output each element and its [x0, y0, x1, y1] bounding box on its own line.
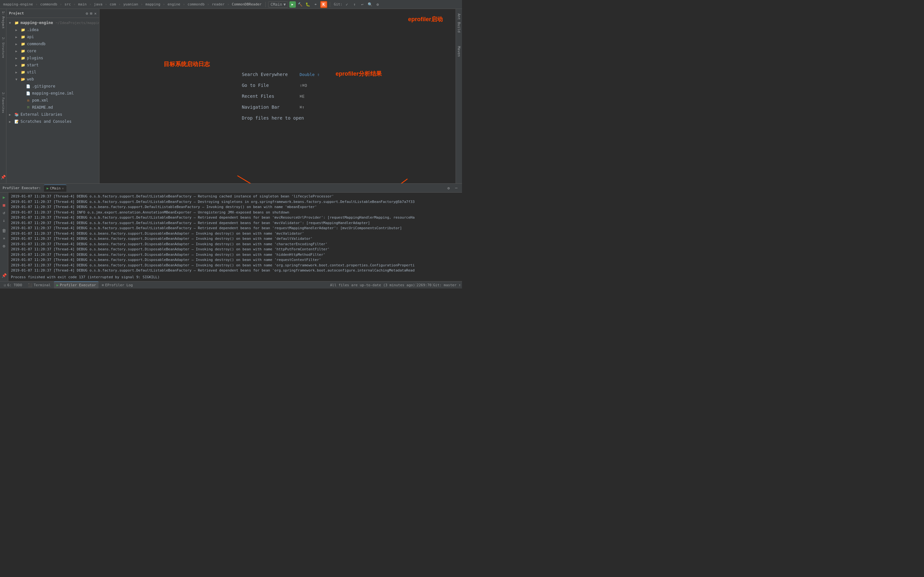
tree-item-web[interactable]: ▼ 📂 web — [6, 76, 99, 83]
breadcrumb-main[interactable]: main — [77, 2, 88, 7]
breadcrumb-yuanian[interactable]: yuanian — [122, 2, 139, 7]
project-close-icon[interactable]: ✕ — [94, 11, 97, 16]
console-line: 2019-01-07 11:20:37 [Thread-4] DEBUG o.s… — [11, 199, 459, 205]
tree-label-web: web — [27, 77, 34, 81]
pin-icon[interactable]: 📌 — [0, 173, 7, 181]
console-line: 2019-01-07 11:20:37 [Thread-4] DEBUG o.s… — [11, 194, 459, 199]
project-gear-icon[interactable]: ⚙ — [86, 11, 88, 16]
console-minimize-icon[interactable]: ─ — [453, 185, 459, 191]
tree-item-commondb[interactable]: ▶ 📁 commondb — [6, 40, 99, 47]
ant-build-label[interactable]: Ant Build — [456, 12, 462, 34]
settings-icon[interactable]: ⚙ — [375, 1, 381, 8]
hint-recent-key: ⌘E — [300, 94, 305, 99]
tree-root[interactable]: ▼ 📁 mapping-engine ~/IdeaProjects/mappin — [6, 19, 99, 26]
tree-label-readme: README.md — [32, 105, 53, 110]
tree-item-api[interactable]: ▶ 📁 api — [6, 33, 99, 40]
console-wrap-icon[interactable]: ≡ — [1, 235, 7, 242]
breadcrumb-commondb2[interactable]: commondb — [186, 2, 206, 7]
hint-recent: Recent Files ⌘E — [242, 93, 305, 99]
hint-nav-key: ⌘↑ — [300, 105, 305, 110]
console-main: ▶ ■ ↺ ↓ 🗑 ≡ ⚙ 📌 2019-01-07 11:20:37 [Thr… — [0, 193, 462, 281]
tree-label-iml: mapping-engine.iml — [32, 91, 74, 95]
tree-item-scratches[interactable]: ▶ 📝 Scratches and Consoles — [6, 118, 99, 125]
tree-root-path: ~/IdeaProjects/mappin — [55, 21, 99, 25]
hint-nav-label: Navigation Bar — [242, 105, 293, 110]
console-line: 2019-01-07 11:20:37 [Thread-4] DEBUG o.s… — [11, 247, 459, 252]
scratch-icon: 📝 — [14, 119, 19, 124]
project-title: Project — [9, 11, 84, 15]
breadcrumb-src[interactable]: src — [63, 2, 72, 7]
tree-label-idea: .idea — [27, 27, 39, 32]
terminal-icon: ⬛ — [28, 283, 32, 287]
left-sidebar-icons: 1: Project 2: Structure 2: Favorites 📌 — [0, 9, 6, 183]
tree-item-external-libs[interactable]: ▶ 📚 External Libraries — [6, 111, 99, 118]
coverage-icon[interactable]: ☂ — [312, 1, 319, 8]
tree-item-plugins[interactable]: ▶ 📁 plugins — [6, 55, 99, 61]
breadcrumb-java[interactable]: java — [93, 2, 104, 7]
tree-item-start[interactable]: ▶ 📁 start — [6, 61, 99, 69]
tree-item-pom[interactable]: ▶ m pom.xml — [6, 97, 99, 104]
breadcrumb-project[interactable]: mapping-engine — [2, 2, 34, 7]
tree-item-iml[interactable]: ▶ 📄 mapping-engine.iml — [6, 90, 99, 97]
build-icon[interactable]: 🔨 — [297, 1, 304, 8]
project-layout-icon[interactable]: ⊞ — [90, 11, 92, 16]
k-profiler-button[interactable]: K — [320, 1, 327, 8]
plugins-folder-icon: 📁 — [21, 55, 26, 61]
status-message: All files are up-to-date (3 minutes ago) — [330, 283, 415, 287]
console-stop-icon[interactable]: ■ — [1, 201, 7, 208]
project-view-icon[interactable]: 1: Project — [0, 10, 7, 29]
footer-tab-profiler[interactable]: ▶ Profiler Executor — [54, 282, 99, 288]
favorites-icon[interactable]: 2: Favorites — [0, 92, 7, 114]
console-tab-cmain[interactable]: ▶ CMain ✕ — [44, 185, 66, 192]
tree-item-idea[interactable]: ▶ 📁 .idea — [6, 26, 99, 33]
breadcrumb-com[interactable]: com — [108, 2, 118, 7]
run-button[interactable]: ▶ — [289, 1, 296, 8]
breadcrumb-engine[interactable]: engine — [166, 2, 182, 7]
run-config-selector[interactable]: CMain ▼ — [268, 1, 288, 8]
tree-item-gitignore[interactable]: ▶ 📄 .gitignore — [6, 83, 99, 90]
console-tab-close[interactable]: ✕ — [62, 187, 64, 190]
console-scroll-end-icon[interactable]: ↓ — [1, 217, 7, 223]
status-git[interactable]: Git: master ↑ — [433, 283, 461, 287]
tree-label-external-libs: External Libraries — [21, 112, 62, 117]
profiler-label: Profiler Executor — [60, 283, 96, 287]
breadcrumb-mapping[interactable]: mapping — [144, 2, 162, 7]
breadcrumb-reader[interactable]: reader — [210, 2, 226, 7]
console-run-icon[interactable]: ▶ — [1, 194, 7, 200]
footer-tab-eprofiler[interactable]: ≡ EProfiler Log — [99, 282, 136, 288]
console-line: 2019-01-07 11:20:37 [Thread-4] DEBUG o.s… — [11, 268, 459, 274]
hint-drop-label: Drop files here to open — [242, 115, 304, 121]
tree-item-readme[interactable]: ▶ M README.md — [6, 104, 99, 111]
status-position[interactable]: 2269:70 — [417, 283, 431, 287]
tree-label-commondb: commondb — [27, 42, 45, 46]
tree-label-api: api — [27, 35, 34, 39]
footer-tab-todo[interactable]: ☑ 6: TODO — [1, 282, 25, 288]
start-folder-icon: 📁 — [21, 63, 26, 68]
console-settings2-icon[interactable]: ⚙ — [1, 243, 7, 249]
maven-label[interactable]: Maven — [456, 45, 462, 58]
git-update-icon[interactable]: ✓ — [344, 1, 350, 8]
console-line: Process finished with exit code 137 (int… — [11, 275, 459, 280]
terminal-label: Terminal — [34, 283, 51, 287]
breadcrumb-file[interactable]: CommonDBReader — [231, 2, 263, 7]
tree-item-core[interactable]: ▶ 📁 core — [6, 47, 99, 55]
search-everywhere-icon[interactable]: 🔍 — [367, 1, 373, 8]
hint-search-label: Search Everywhere — [242, 72, 293, 77]
console-restart-icon[interactable]: ↺ — [1, 210, 7, 216]
console-settings-icon[interactable]: ⚙ — [445, 185, 452, 191]
api-folder-icon: 📁 — [21, 34, 26, 39]
iml-icon: 📄 — [26, 91, 31, 96]
footer-tab-terminal[interactable]: ⬛ Terminal — [25, 282, 53, 288]
structure-icon[interactable]: 2: Structure — [0, 37, 7, 59]
project-tree: ▼ 📁 mapping-engine ~/IdeaProjects/mappin… — [6, 18, 99, 183]
debug-icon[interactable]: 🐛 — [305, 1, 311, 8]
config-label: CMain — [270, 2, 282, 7]
undo-icon[interactable]: ↩ — [359, 1, 365, 8]
console-clear-icon[interactable]: 🗑 — [1, 227, 7, 234]
console-line: 2019-01-07 11:20:37 [Thread-4] INFO o.s.… — [11, 210, 459, 215]
breadcrumb-commondb[interactable]: commondb — [39, 2, 58, 7]
tree-item-util[interactable]: ▶ 📁 util — [6, 69, 99, 76]
git-push-icon[interactable]: ↑ — [351, 1, 358, 8]
console-pin-icon[interactable]: 📌 — [1, 272, 7, 279]
console-line: 2019-01-07 11:20:37 [Thread-4] DEBUG o.s… — [11, 242, 459, 247]
